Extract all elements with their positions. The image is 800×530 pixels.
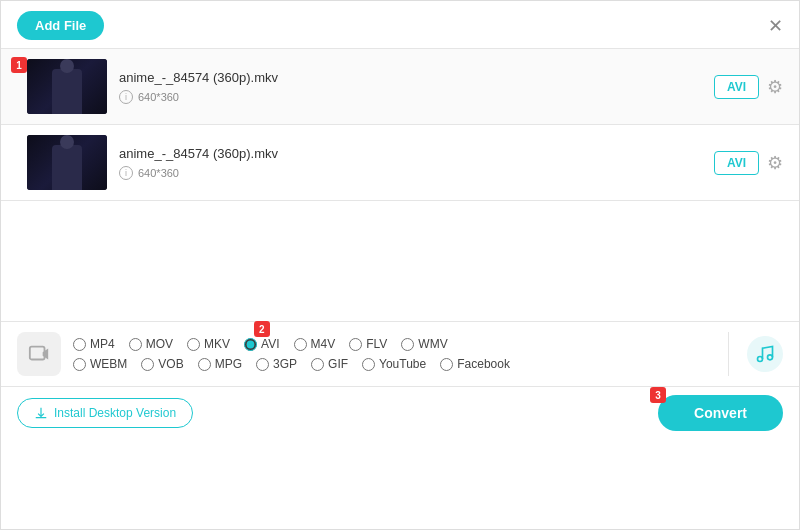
svg-rect-0 [30,347,45,360]
format-vob[interactable]: VOB [141,357,183,371]
file-info-2: anime_-_84574 (360p).mkv i 640*360 [119,146,714,180]
file-meta-1: i 640*360 [119,90,714,104]
video-format-icon[interactable] [17,332,61,376]
resolution-2: 640*360 [138,167,179,179]
svg-point-2 [758,357,763,362]
thumbnail-1 [27,59,107,114]
format-gif[interactable]: GIF [311,357,348,371]
settings-button-2[interactable]: ⚙ [767,152,783,174]
format-bar: MP4 MOV MKV 2 AVI M4V FLV WMV [1,321,799,386]
add-file-button[interactable]: Add File [17,11,104,40]
format-wmv[interactable]: WMV [401,337,447,351]
svg-point-3 [768,355,773,360]
format-avi[interactable]: 2 AVI [244,337,279,351]
empty-area [1,201,799,321]
file-name-1: anime_-_84574 (360p).mkv [119,70,714,85]
file-item-2: anime_-_84574 (360p).mkv i 640*360 AVI ⚙ [1,125,799,201]
install-label: Install Desktop Version [54,406,176,420]
format-youtube[interactable]: YouTube [362,357,426,371]
format-button-2[interactable]: AVI [714,151,759,175]
format-3gp[interactable]: 3GP [256,357,297,371]
install-desktop-button[interactable]: Install Desktop Version [17,398,193,428]
file-item-1: 1 anime_-_84574 (360p).mkv i 640*360 AVI… [1,49,799,125]
format-row-1: MP4 MOV MKV 2 AVI M4V FLV WMV [73,337,718,351]
format-row-2: WEBM VOB MPG 3GP GIF YouTube Facebook [73,357,718,371]
format-webm[interactable]: WEBM [73,357,127,371]
convert-button[interactable]: 3 Convert [658,395,783,431]
format-mpg[interactable]: MPG [198,357,242,371]
file-list: 1 anime_-_84574 (360p).mkv i 640*360 AVI… [1,48,799,201]
format-button-1[interactable]: AVI [714,75,759,99]
vertical-divider [728,332,729,376]
format-m4v[interactable]: M4V [294,337,336,351]
footer: Install Desktop Version 3 Convert [1,386,799,439]
format-mp4[interactable]: MP4 [73,337,115,351]
format-facebook[interactable]: Facebook [440,357,510,371]
resolution-1: 640*360 [138,91,179,103]
format-flv[interactable]: FLV [349,337,387,351]
format-mkv[interactable]: MKV [187,337,230,351]
settings-button-1[interactable]: ⚙ [767,76,783,98]
file-actions-2: AVI ⚙ [714,151,783,175]
close-button[interactable]: ✕ [768,17,783,35]
info-icon-1[interactable]: i [119,90,133,104]
badge-1: 1 [11,57,27,73]
format-options: MP4 MOV MKV 2 AVI M4V FLV WMV [73,337,718,371]
file-info-1: anime_-_84574 (360p).mkv i 640*360 [119,70,714,104]
header: Add File ✕ [1,1,799,48]
info-icon-2[interactable]: i [119,166,133,180]
audio-format-icon[interactable] [747,336,783,372]
file-actions-1: AVI ⚙ [714,75,783,99]
badge-3: 3 [650,387,666,403]
thumbnail-2 [27,135,107,190]
file-meta-2: i 640*360 [119,166,714,180]
format-mov[interactable]: MOV [129,337,173,351]
badge-2: 2 [254,321,270,337]
file-name-2: anime_-_84574 (360p).mkv [119,146,714,161]
convert-label: Convert [694,405,747,421]
download-icon [34,406,48,420]
